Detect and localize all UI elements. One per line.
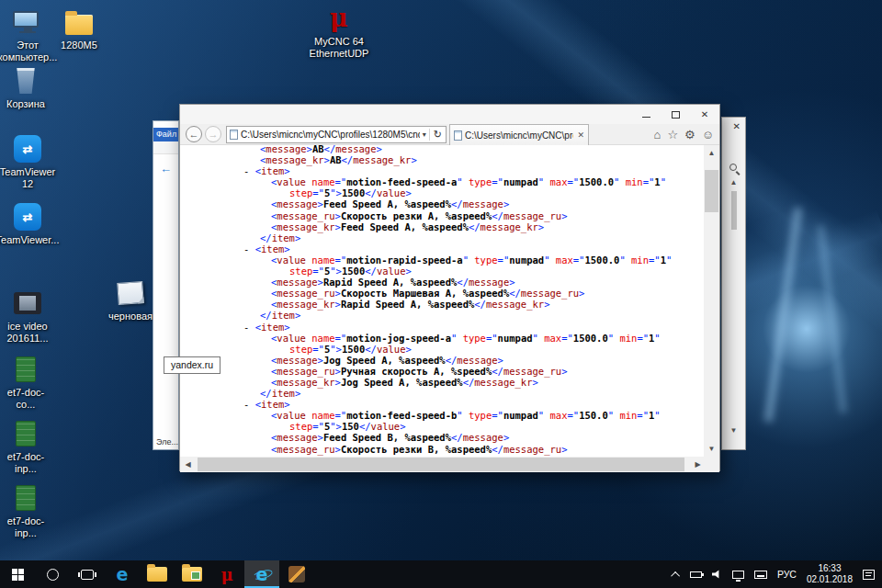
scrollbar-thumb[interactable]	[198, 458, 684, 471]
desktop-icon-teamviewer-12[interactable]: ⇄ TeamViewer 12	[2, 134, 53, 190]
icon-label: Корзина	[6, 98, 45, 110]
file-explorer-button[interactable]	[140, 560, 175, 588]
xml-line: <message_ru>Скорость резки А, %aspeed%</…	[243, 210, 705, 221]
touch-keyboard-icon[interactable]	[754, 571, 767, 579]
refresh-icon[interactable]: ↻	[429, 129, 446, 141]
volume-icon[interactable]	[712, 570, 722, 579]
documents-folder-button[interactable]	[175, 560, 209, 588]
scroll-left-icon[interactable]: ◀	[180, 457, 196, 472]
desktop-icon-et7-doc-inp-2[interactable]: et7-doc-inp...	[0, 483, 51, 539]
scroll-down-icon[interactable]: ▼	[704, 441, 719, 457]
minimize-icon	[642, 117, 650, 118]
explorer-file-menu[interactable]: Файл	[153, 128, 179, 141]
pcb-image-icon	[16, 419, 36, 448]
pcb-image-icon	[16, 483, 36, 513]
back-arrow-icon[interactable]: ←	[160, 162, 172, 175]
desktop-icon-et7-doc-co[interactable]: et7-doc-co...	[0, 355, 51, 411]
icon-label: TeamViewer 12	[0, 166, 55, 190]
background-window[interactable]: ✕ ▲ ▼	[721, 117, 746, 450]
internet-explorer-button[interactable]: e	[244, 560, 279, 588]
desktop-icon-mycnc[interactable]: μ MyCNC 64 EthernetUDP	[309, 4, 369, 60]
browser-tab[interactable]: C:\Users\micnc\myCNC\profi... ✕	[449, 124, 589, 145]
xml-line: </item>	[243, 310, 705, 321]
recycle-bin-icon	[16, 66, 36, 96]
note-icon	[118, 278, 143, 308]
network-icon[interactable]	[732, 571, 744, 579]
teamviewer-icon: ⇄	[14, 134, 41, 164]
folder-icon	[147, 567, 167, 582]
tab-close-icon[interactable]: ✕	[573, 130, 584, 140]
task-view-icon	[81, 570, 94, 580]
address-bar[interactable]: C:\Users\micnc\myCNC\profiles\1280M5\cnc…	[226, 126, 447, 143]
xml-line: <value name="motion-feed-speed-a" type="…	[243, 176, 705, 187]
gear-icon[interactable]: ⚙	[684, 128, 695, 141]
xml-line: <message_ru>Скорость резки В, %aspeed%</…	[243, 444, 705, 455]
mu-logo-icon: μ	[330, 4, 348, 33]
mycnc-button[interactable]: μ	[209, 560, 244, 588]
desktop-icon-chernovaya[interactable]: черновая	[105, 278, 156, 322]
mu-logo-icon: μ	[220, 565, 232, 584]
icon-label: TeamViewer...	[0, 234, 59, 246]
search-icon[interactable]	[729, 164, 737, 171]
desktop-icon-et7-doc-inp-1[interactable]: et7-doc-inp...	[0, 419, 51, 475]
xml-line: <message_kr>Rapid Speed A, %aspeed%</mes…	[243, 299, 705, 310]
internet-explorer-icon: e	[256, 564, 268, 584]
address-text[interactable]: C:\Users\micnc\myCNC\profiles\1280M5\cnc…	[241, 130, 420, 140]
hidden-icons-chevron-icon[interactable]	[671, 571, 680, 580]
feedback-smiley-icon[interactable]: ☺	[702, 128, 714, 141]
task-view-button[interactable]	[70, 560, 105, 588]
horizontal-scrollbar[interactable]: ◀ ▶	[180, 457, 706, 472]
scroll-down-icon[interactable]: ▼	[722, 426, 745, 435]
desktop-icon-ice-video[interactable]: ice video 201611...	[2, 288, 53, 345]
explorer-ribbon	[153, 141, 179, 154]
scrollbar-thumb[interactable]	[705, 170, 718, 212]
xml-line: <message>Feed Speed B, %aspeed%</message…	[243, 432, 705, 443]
desktop-icon-teamviewer-2[interactable]: ⇄ TeamViewer...	[2, 202, 53, 246]
address-dropdown-icon[interactable]: ▾	[420, 130, 429, 139]
cortana-button[interactable]	[35, 560, 70, 588]
teamviewer-arrows-icon: ⇄	[23, 142, 33, 156]
icon-label: Этот компьютер...	[0, 40, 57, 63]
titlebar[interactable]: ✕	[180, 105, 719, 124]
xml-line: </item>	[243, 388, 705, 399]
edge-button[interactable]: e	[105, 560, 140, 588]
back-button[interactable]: ←	[186, 126, 202, 142]
maximize-button[interactable]	[661, 105, 690, 124]
xml-line: <message_kr>Jog Speed A, %aspeed%</messa…	[243, 377, 705, 388]
favorites-star-icon[interactable]: ☆	[667, 128, 678, 141]
paint-app-button[interactable]	[279, 560, 314, 588]
scrollbar-thumb[interactable]	[731, 191, 737, 230]
xml-line: step="5">1500</value>	[243, 187, 705, 198]
clock[interactable]: 16:33 02.01.2018	[807, 563, 853, 585]
language-indicator[interactable]: РУС	[777, 569, 797, 580]
scroll-up-icon[interactable]: ▲	[722, 178, 745, 187]
xml-page-icon	[454, 130, 462, 141]
home-icon[interactable]: ⌂	[654, 128, 662, 141]
battery-icon[interactable]	[690, 571, 702, 578]
forward-button[interactable]: →	[205, 126, 221, 142]
teamviewer-icon: ⇄	[14, 202, 41, 232]
minimize-button[interactable]	[631, 105, 661, 124]
explorer-window[interactable]: Файл ← Эле...	[153, 120, 179, 450]
clock-time: 16:33	[807, 563, 853, 574]
xml-line: <value name="motion-jog-speed-a" type="n…	[243, 333, 705, 344]
desktop-icon-this-pc[interactable]: Этот компьютер...	[2, 7, 53, 63]
tooltip: yandex.ru	[164, 356, 220, 374]
desktop-icon-recycle-bin[interactable]: Корзина	[0, 66, 51, 110]
action-center-icon[interactable]	[863, 570, 875, 580]
xml-line: <message>Jog Speed A, %aspeed%</message>	[243, 355, 705, 366]
desktop-icon-1280m5[interactable]: 1280M5	[55, 7, 103, 51]
start-button[interactable]	[0, 560, 35, 588]
scroll-up-icon[interactable]: ▲	[704, 145, 719, 161]
explorer-status-text: Эле...	[156, 437, 178, 447]
close-button[interactable]: ✕	[690, 105, 719, 124]
maximize-icon	[672, 111, 680, 119]
close-icon[interactable]: ✕	[733, 121, 741, 131]
folder-icon	[182, 567, 202, 582]
xml-line: <message>AB</message>	[243, 145, 705, 154]
vertical-scrollbar[interactable]: ▲ ▼	[704, 145, 719, 457]
scrollbar-corner	[704, 457, 719, 472]
xml-page-icon	[230, 130, 238, 140]
icon-label: 1280M5	[61, 40, 97, 51]
xml-line: - <item>	[243, 322, 705, 333]
